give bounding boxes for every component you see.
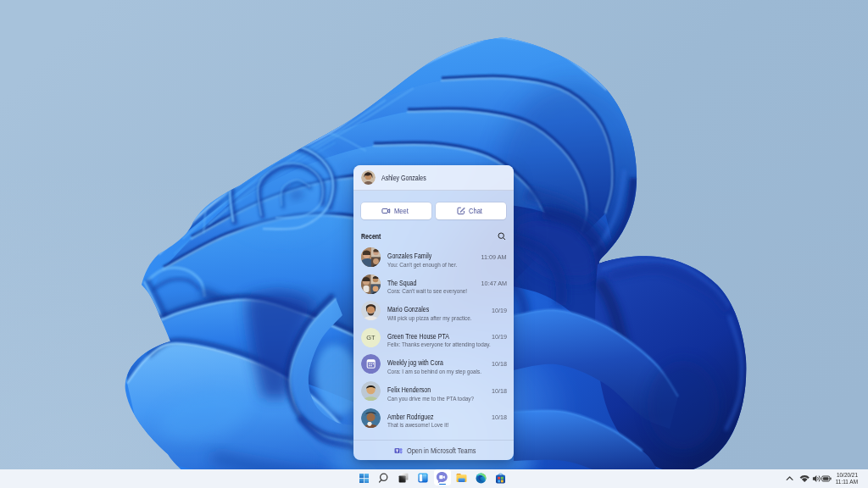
svg-text:GT: GT — [366, 334, 376, 341]
